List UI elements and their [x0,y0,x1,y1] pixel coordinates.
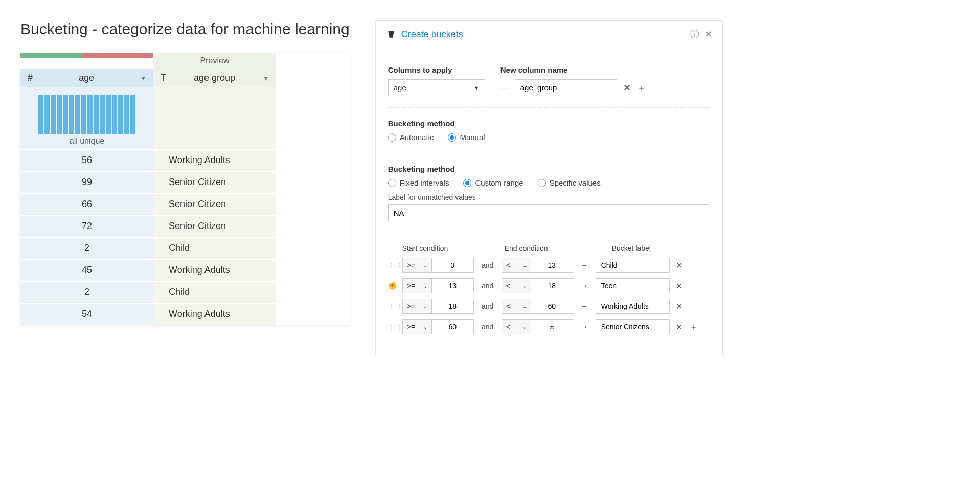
create-buckets-panel: Create buckets ⓘ ✕ Columns to apply age … [375,20,723,357]
column-header-age-group[interactable]: T age group ▼ [153,69,276,87]
condition-row: ⋮⋮ >=⌄ and <⌄ → ✕ [388,299,710,314]
hash-icon: # [28,73,33,83]
column-header-age[interactable]: # age ▼ [20,69,153,87]
end-value-input[interactable] [531,278,573,293]
new-column-name-input[interactable] [515,79,617,96]
text-type-icon: T [161,73,166,83]
histogram-cell-preview [153,87,276,149]
group-cell: Senior Citizen [153,215,276,237]
table-row: 56Working Adults [20,149,350,171]
column-name: age group [170,73,259,83]
table-row: 99Senior Citizen [20,171,350,193]
bucket-label-input[interactable] [596,299,670,314]
drag-handle-icon[interactable]: ⋮⋮ [388,261,397,269]
bucket-icon [386,29,396,39]
unmatched-label: Label for unmatched values [388,193,710,201]
age-cell: 56 [20,149,153,171]
bucket-label-header: Bucket label [612,244,710,253]
and-label: and [479,261,496,269]
arrow-icon: → [578,322,590,331]
group-cell: Child [153,237,276,259]
column-quality-bar [20,53,153,58]
bucket-label-input[interactable] [596,258,670,273]
group-cell: Working Adults [153,149,276,171]
radio-manual[interactable]: Manual [448,133,485,142]
age-cell: 99 [20,171,153,193]
end-operator-select[interactable]: <⌄ [502,258,531,273]
end-condition-header: End condition [505,244,612,253]
bucketing-method-label: Bucketing method [388,119,710,128]
arrow-icon: → [578,302,590,311]
close-icon[interactable]: ✕ [704,29,712,40]
group-cell: Senior Citizen [153,193,276,215]
help-icon[interactable]: ⓘ [690,28,699,40]
age-cell: 2 [20,237,153,259]
column-name: age [37,73,136,83]
clear-icon[interactable]: ✕ [623,82,631,94]
radio-automatic[interactable]: Automatic [388,133,434,142]
remove-row-icon[interactable]: ✕ [675,322,684,332]
panel-title: Create buckets [401,29,685,40]
bucket-label-input[interactable] [596,278,670,293]
arrow-icon: → [578,261,590,270]
bucket-label-input[interactable] [596,319,670,334]
end-value-input[interactable] [531,319,573,334]
radio-fixed-intervals[interactable]: Fixed intervals [388,178,449,187]
page-title: Bucketing - categorize data for machine … [20,20,350,38]
age-cell: 66 [20,193,153,215]
end-operator-select[interactable]: <⌄ [502,278,531,293]
start-operator-select[interactable]: >=⌄ [402,299,432,314]
and-label: and [479,323,496,331]
chevron-down-icon[interactable]: ▼ [263,75,269,82]
radio-specific-values[interactable]: Specific values [538,178,601,187]
drag-handle-icon[interactable]: ⋮⋮ [388,323,397,331]
new-column-name-label: New column name [500,65,646,74]
chevron-down-icon[interactable]: ▼ [140,75,146,82]
and-label: and [479,282,496,290]
drag-handle-icon[interactable]: ⋮⋮ [388,302,397,310]
start-value-input[interactable] [432,278,474,293]
table-row: 54Working Adults [20,303,350,325]
start-condition-header: Start condition [402,244,505,253]
condition-row: ✊ >=⌄ and <⌄ → ✕ [388,278,710,293]
bucketing-submethod-label: Bucketing method [388,165,710,173]
grab-cursor-icon[interactable]: ✊ [388,282,397,290]
start-value-input[interactable] [432,299,474,314]
group-cell: Working Adults [153,259,276,281]
unique-label: all unique [31,136,143,146]
group-cell: Working Adults [153,303,276,325]
radio-custom-range[interactable]: Custom range [463,178,523,187]
age-cell: 2 [20,281,153,303]
end-value-input[interactable] [531,299,573,314]
age-cell: 45 [20,259,153,281]
start-operator-select[interactable]: >=⌄ [402,278,432,293]
column-select[interactable]: age ▼ [388,79,485,96]
table-row: 45Working Adults [20,259,350,281]
condition-row: ⋮⋮ >=⌄ and <⌄ → ✕ ＋ [388,319,710,334]
table-row: 72Senior Citizen [20,215,350,237]
columns-to-apply-label: Columns to apply [388,65,485,74]
preview-header: Preview [153,53,276,69]
add-icon[interactable]: ＋ [637,82,646,94]
and-label: and [479,302,496,310]
start-operator-select[interactable]: >=⌄ [402,319,432,334]
histogram-icon [31,94,143,134]
arrow-icon: → [578,281,590,290]
histogram-cell: all unique [20,87,153,149]
group-cell: Child [153,281,276,303]
start-value-input[interactable] [432,258,474,273]
start-value-input[interactable] [432,319,474,334]
end-operator-select[interactable]: <⌄ [502,319,531,334]
table-row: 2Child [20,281,350,303]
start-operator-select[interactable]: >=⌄ [402,258,432,273]
remove-row-icon[interactable]: ✕ [675,302,684,311]
connector-icon: — [500,83,509,93]
remove-row-icon[interactable]: ✕ [675,261,684,270]
end-operator-select[interactable]: <⌄ [502,299,531,314]
unmatched-value-input[interactable] [388,204,710,221]
end-value-input[interactable] [531,258,573,273]
remove-row-icon[interactable]: ✕ [675,281,684,291]
age-cell: 72 [20,215,153,237]
add-row-icon[interactable]: ＋ [689,321,698,333]
chevron-down-icon: ▼ [474,85,480,91]
